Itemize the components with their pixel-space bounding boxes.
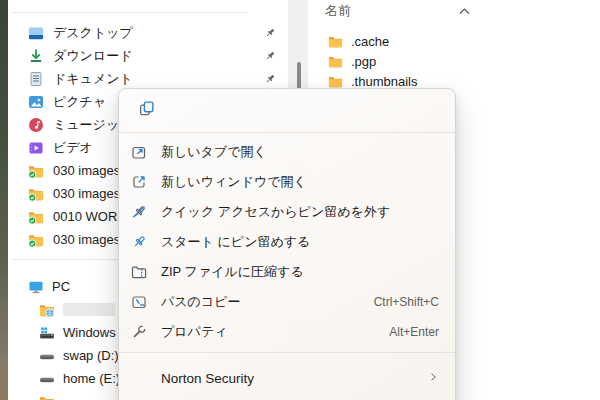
menu-item-compress-zip[interactable]: ZIP ファイルに圧縮する [119,257,455,287]
file-row-pgp[interactable]: .pgp [308,51,600,71]
pc-icon [28,279,44,295]
folder-synced-icon [28,209,44,225]
pictures-icon [28,94,44,110]
context-menu-quick-actions [119,89,455,133]
document-icon [28,71,44,87]
folder-synced-icon [28,186,44,202]
menu-item-shortcut: Ctrl+Shift+C [374,295,439,309]
menu-item-label: スタート にピン留めする [161,233,310,251]
zip-icon [131,264,147,280]
sidebar-item-label: ドキュメント [53,70,133,88]
menu-item-label: 新しいタブで開く [161,143,267,161]
desktop-wallpaper-strip [0,0,8,400]
sidebar-item-label: ピクチャ [53,93,106,111]
menu-item-label: プロパティ [161,323,228,341]
file-name: .pgp [351,54,376,69]
folder-icon [39,394,55,400]
download-icon [28,48,44,64]
desktop-icon [28,25,44,41]
file-name: .thumbnails [351,74,417,89]
menu-item-norton-security[interactable]: Norton Security [119,358,455,398]
network-folder-icon [39,302,55,318]
pin-icon [131,234,147,250]
windows-drive-icon [39,325,55,341]
sidebar-item-label: PC [52,279,70,294]
menu-item-label: 新しいウィンドウで開く [161,173,307,191]
sidebar-item-desktop[interactable]: デスクトップ [8,21,288,44]
sidebar-item-label: 030 images [53,232,120,247]
menu-item-label: ZIP ファイルに圧縮する [161,263,304,281]
sidebar-item-label: 030 images [53,163,120,178]
pin-indicator-icon [264,27,276,39]
unpin-icon [131,204,147,220]
sidebar-item-label: デスクトップ [53,24,133,42]
folder-icon [328,54,343,69]
sidebar-item-documents[interactable]: ドキュメント [8,67,288,90]
sidebar-item-label: home (E:) [63,371,120,386]
menu-item-open-new-window[interactable]: 新しいウィンドウで開く [119,167,455,197]
copy-button[interactable] [133,98,159,124]
sidebar-item-downloads[interactable]: ダウンロード [8,44,288,67]
open-new-tab-icon [131,144,147,160]
context-menu: 新しいタブで開く 新しいウィンドウで開く クイック アクセスからピン留めを外す … [118,88,456,400]
drive-icon [39,371,55,387]
folder-icon [328,74,343,89]
properties-icon [131,324,147,340]
menu-item-properties[interactable]: プロパティ Alt+Enter [119,317,455,347]
pin-indicator-icon [264,73,276,85]
context-menu-items: 新しいタブで開く 新しいウィンドウで開く クイック アクセスからピン留めを外す … [119,133,455,347]
sidebar-scrollbar-thumb[interactable] [297,62,301,89]
folder-synced-icon [28,232,44,248]
folder-synced-icon [28,163,44,179]
menu-item-shortcut: Alt+Enter [389,325,439,339]
menu-item-unpin-quick-access[interactable]: クイック アクセスからピン留めを外す [119,197,455,227]
file-rows: .cache .pgp .thumbnails [308,31,600,91]
file-row-cache[interactable]: .cache [308,31,600,51]
menu-item-pin-to-start[interactable]: スタート にピン留めする [119,227,455,257]
menu-item-label: Norton Security [161,371,254,386]
folder-icon [328,34,343,49]
context-menu-separator [119,352,455,353]
column-header-name[interactable]: 名前 [325,2,351,20]
menu-item-open-new-tab[interactable]: 新しいタブで開く [119,137,455,167]
menu-item-label: クイック アクセスからピン留めを外す [161,203,390,221]
sidebar-item-label: swap (D:) [63,348,119,363]
file-name: .cache [351,34,389,49]
sidebar-divider-top [12,12,248,13]
sidebar-item-label: ビデオ [53,139,93,157]
copy-icon [138,100,155,121]
music-icon [28,117,44,133]
chevron-right-icon [427,371,439,386]
sidebar-item-label: 0010 WORD [53,209,127,224]
open-new-window-icon [131,174,147,190]
menu-item-label: パスのコピー [161,293,241,311]
drive-icon [39,348,55,364]
copy-path-icon [131,294,147,310]
sidebar-item-label: ダウンロード [53,47,133,65]
sort-ascending-icon[interactable] [459,1,470,19]
sidebar-item-label: 030 images [53,186,120,201]
menu-item-copy-path[interactable]: パスのコピー Ctrl+Shift+C [119,287,455,317]
redacted-label [63,303,115,316]
pin-indicator-icon [264,50,276,62]
video-icon [28,140,44,156]
